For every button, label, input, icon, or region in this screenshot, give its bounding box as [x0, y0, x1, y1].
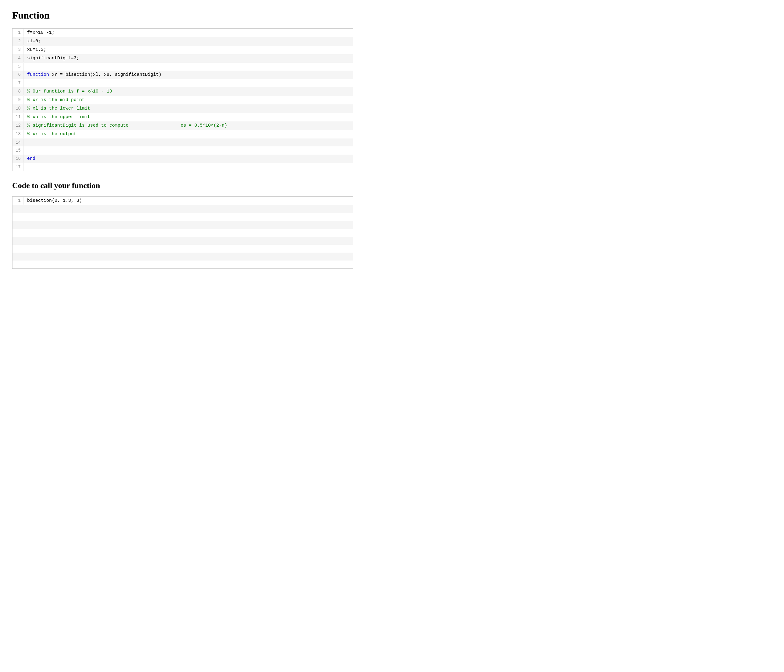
table-row [12, 221, 353, 229]
table-row: 3xu=1.3; [12, 46, 353, 54]
line-number: 17 [12, 163, 23, 171]
code-text: xr = bisection(xl, xu, significantDigit) [49, 72, 162, 77]
table-row: 15 [12, 146, 353, 154]
line-number: 16 [12, 155, 23, 163]
line-number: 13 [12, 130, 23, 138]
function-code-block: 1f=x^10 -1;2xl=0;3xu=1.3;4significantDig… [12, 28, 353, 171]
line-content [23, 138, 353, 140]
table-row: 9% xr is the mid point [12, 96, 353, 104]
table-row: 10% xl is the lower limit [12, 104, 353, 113]
line-number: 12 [12, 121, 23, 129]
line-number: 2 [12, 37, 23, 45]
line-content: f=x^10 -1; [23, 29, 353, 37]
table-row [12, 253, 353, 261]
line-number: 1 [12, 29, 23, 37]
line-number: 10 [12, 104, 23, 112]
line-content: xl=0; [23, 37, 353, 46]
table-row [12, 237, 353, 245]
table-row [12, 205, 353, 213]
table-row: 6function xr = bisection(xl, xu, signifi… [12, 71, 353, 79]
comment-text: % xr is the mid point [27, 98, 85, 102]
line-number: 5 [12, 63, 23, 71]
table-row: 13% xr is the output [12, 130, 353, 138]
table-row: 8% Our function is f = x^10 - 10 [12, 87, 353, 96]
line-number: 8 [12, 87, 23, 95]
line-content: % xu is the upper limit [23, 113, 353, 121]
line-content [23, 79, 353, 80]
comment-text: % xu is the upper limit [27, 115, 90, 120]
line-content: significantDigit=3; [23, 54, 353, 63]
line-number: 7 [12, 79, 23, 87]
table-row: 2xl=0; [12, 37, 353, 46]
call-code-block: 1bisection(0, 1.3, 3) [12, 196, 353, 269]
line-number: 1 [12, 197, 23, 205]
comment-text: % significantDigit is used to compute es… [27, 123, 227, 128]
table-row: 11% xu is the upper limit [12, 113, 353, 121]
table-row [12, 261, 353, 268]
line-content: function xr = bisection(xl, xu, signific… [23, 71, 353, 79]
line-content: xu=1.3; [23, 46, 353, 54]
comment-text: % Our function is f = x^10 - 10 [27, 89, 112, 94]
line-number: 9 [12, 96, 23, 104]
line-content: % Our function is f = x^10 - 10 [23, 87, 353, 96]
line-content: bisection(0, 1.3, 3) [23, 197, 353, 205]
section2-title: Code to call your function [12, 181, 353, 190]
table-row: 7 [12, 79, 353, 87]
line-content [23, 146, 353, 147]
keyword-function-span: function [27, 72, 49, 77]
page-title: Function [12, 10, 353, 21]
line-content [23, 63, 353, 64]
table-row: 5 [12, 63, 353, 71]
table-row [12, 229, 353, 237]
table-row: 14 [12, 138, 353, 146]
line-content: % xl is the lower limit [23, 104, 353, 113]
line-content: % xr is the output [23, 130, 353, 138]
line-number: 3 [12, 46, 23, 54]
line-content: % xr is the mid point [23, 96, 353, 104]
table-row: 12% significantDigit is used to compute … [12, 121, 353, 130]
line-number: 6 [12, 71, 23, 79]
table-row [12, 213, 353, 221]
line-content [23, 163, 353, 165]
table-row: 16end [12, 155, 353, 163]
line-number: 4 [12, 54, 23, 62]
comment-text: % xr is the output [27, 132, 76, 137]
line-number: 14 [12, 138, 23, 146]
table-row [12, 245, 353, 253]
line-content: % significantDigit is used to compute es… [23, 121, 353, 130]
line-content: end [23, 155, 353, 163]
table-row: 4significantDigit=3; [12, 54, 353, 63]
line-number: 15 [12, 146, 23, 154]
line-number: 11 [12, 113, 23, 121]
table-row: 1bisection(0, 1.3, 3) [12, 197, 353, 205]
table-row: 17 [12, 163, 353, 171]
comment-text: % xl is the lower limit [27, 106, 90, 111]
keyword-end-span: end [27, 156, 35, 161]
table-row: 1f=x^10 -1; [12, 29, 353, 37]
